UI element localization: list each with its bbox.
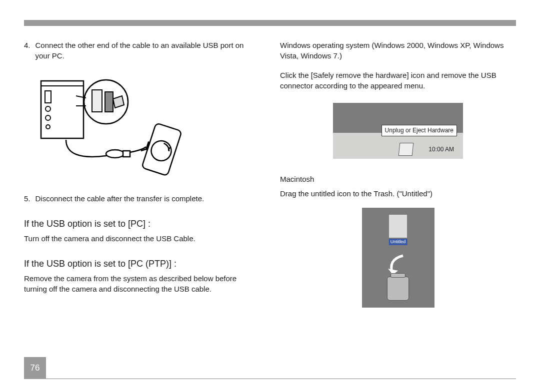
step-5: 5. Disconnect the cable after the transf… bbox=[24, 193, 260, 204]
page-number: 76 bbox=[24, 357, 46, 379]
svg-rect-10 bbox=[105, 92, 113, 112]
step-4: 4. Connect the other end of the cable to… bbox=[24, 40, 260, 61]
step-text: Connect the other end of the cable to an… bbox=[36, 40, 260, 61]
heading-usb-pc: If the USB option is set to [PC] : bbox=[24, 218, 260, 230]
untitled-drive-icon bbox=[389, 215, 407, 238]
svg-point-11 bbox=[106, 150, 124, 158]
windows-systray-figure: Unplug or Eject Hardware 10:00 AM bbox=[333, 103, 463, 159]
untitled-drive-label: Untitled bbox=[389, 239, 408, 245]
svg-rect-0 bbox=[41, 81, 84, 138]
windows-os-line: Windows operating system (Windows 2000, … bbox=[280, 40, 516, 61]
right-column: Windows operating system (Windows 2000, … bbox=[280, 40, 516, 308]
heading-usb-ptp: If the USB option is set to [PC (PTP)] : bbox=[24, 258, 260, 270]
trash-icon bbox=[387, 277, 409, 301]
body-usb-pc: Turn off the camera and disconnect the U… bbox=[24, 233, 260, 244]
pc-connection-illustration bbox=[36, 76, 186, 178]
left-column: 4. Connect the other end of the cable to… bbox=[24, 40, 260, 308]
step-text: Disconnect the cable after the transfer … bbox=[36, 193, 204, 204]
mac-body: Drag the untitled icon to the Trash. ("U… bbox=[280, 188, 516, 199]
mac-trash-figure: Untitled bbox=[362, 208, 434, 308]
step-number: 5. bbox=[24, 193, 30, 204]
safely-remove-icon bbox=[398, 143, 414, 156]
header-bar bbox=[24, 20, 516, 26]
two-column-layout: 4. Connect the other end of the cable to… bbox=[24, 40, 516, 308]
manual-page: 4. Connect the other end of the cable to… bbox=[24, 20, 516, 372]
step-number: 4. bbox=[24, 40, 30, 61]
body-usb-ptp: Remove the camera from the system as des… bbox=[24, 273, 260, 294]
systray-clock: 10:00 AM bbox=[428, 145, 454, 154]
svg-rect-12 bbox=[123, 151, 130, 157]
mac-heading: Macintosh bbox=[280, 174, 516, 184]
usb-connection-icon bbox=[36, 76, 186, 178]
windows-body: Click the [Safely remove the hardware] i… bbox=[280, 70, 516, 91]
svg-rect-2 bbox=[45, 91, 51, 103]
systray-tooltip: Unplug or Eject Hardware bbox=[382, 125, 457, 136]
page-footer: 76 bbox=[24, 379, 516, 379]
svg-rect-9 bbox=[92, 90, 102, 112]
